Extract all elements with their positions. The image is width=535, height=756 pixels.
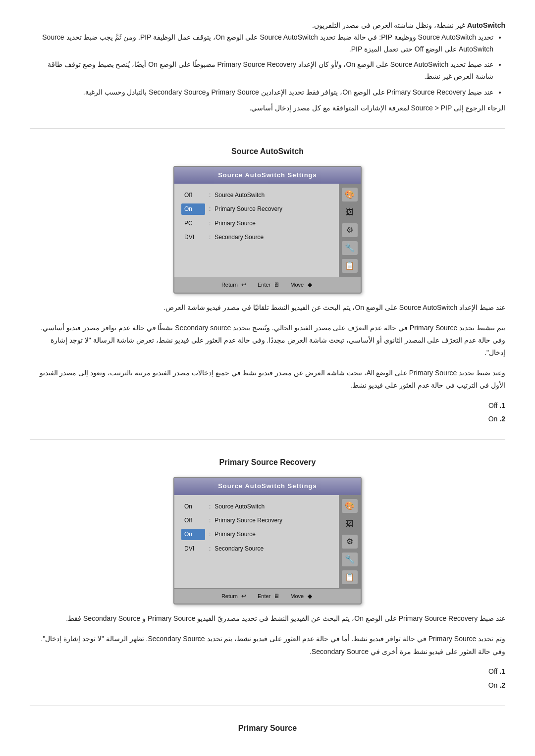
section2-menu-footer: ◆ Move 🖥 Enter ↩ Return — [174, 588, 361, 604]
section1-menu-title: Source AutoSwitch Settings — [174, 167, 361, 184]
section1-menu-image: Source AutoSwitch Settings 🎨 🖼 ⚙ 🔧 📋 Sou… — [30, 166, 505, 294]
sidebar-icon-5: 📋 — [342, 259, 358, 273]
s2-footer-return: ↩ Return — [221, 592, 248, 601]
s2-return-icon: ↩ — [240, 592, 248, 600]
section1-desc2: يتم تنشيط تحديد Primary Source في حالة ع… — [30, 322, 505, 359]
section1-row-3: Primary Source : PC — [181, 218, 332, 229]
intro-bullet-3: عند ضبط Primary Source Recovery على الوض… — [30, 87, 493, 99]
footer-enter: 🖥 Enter — [258, 280, 280, 290]
section1-menu-box: Source AutoSwitch Settings 🎨 🖼 ⚙ 🔧 📋 Sou… — [173, 166, 362, 294]
section1-menu-sidebar: 🎨 🖼 ⚙ 🔧 📋 — [339, 184, 361, 277]
section2-num-2: 2. On — [30, 680, 505, 692]
section2-menu-image: Source AutoSwitch Settings 🎨 🖼 ⚙ 🔧 📋 Sou… — [30, 477, 505, 605]
enter-icon: 🖥 — [272, 281, 280, 289]
section2-menu-title: Source AutoSwitch Settings — [174, 478, 361, 495]
intro-list: تحديد Source AutoSwitch ووظيفة PIP: في ح… — [30, 32, 505, 99]
s2-sidebar-icon-1: 🎨 — [342, 499, 358, 513]
sidebar-icon-3: ⚙ — [342, 223, 358, 237]
intro-bullet-1: تحديد Source AutoSwitch ووظيفة PIP: في ح… — [30, 32, 493, 55]
section2-menu-content: Source AutoSwitch : On Primary Source Re… — [174, 495, 339, 588]
s2-footer-move: ◆ Move — [290, 592, 314, 601]
section1-row-2: Primary Source Recovery : On — [181, 203, 332, 214]
section1-num-2: 2. On — [30, 413, 505, 425]
section1-menu-body: 🎨 🖼 ⚙ 🔧 📋 Source AutoSwitch : Off Primar… — [174, 184, 361, 277]
section1-row-4: Secondary Source : DVI — [181, 232, 332, 243]
s2-enter-icon: 🖥 — [272, 592, 280, 600]
section2-row-2: Primary Source Recovery : Off — [181, 515, 332, 526]
sidebar-icon-1: 🎨 — [342, 188, 358, 202]
move-icon: ◆ — [306, 281, 314, 289]
s2-move-icon: ◆ — [306, 592, 314, 600]
intro-link: الرجاء الرجوع إلى Source > PIP لمعرفة ال… — [30, 102, 505, 114]
s2-sidebar-icon-5: 📋 — [342, 570, 358, 584]
sidebar-icon-2: 🖼 — [342, 205, 358, 219]
section2-row-3: Primary Source : On — [181, 529, 332, 540]
section1-menu-footer: ◆ Move 🖥 Enter ↩ Return — [174, 277, 361, 293]
intro-section: AutoSwitch غير نشطة، ونظل شاشته العرض في… — [30, 20, 505, 114]
s2-footer-enter-label: Enter — [258, 592, 270, 601]
section2-row-4: Secondary Source : DVI — [181, 543, 332, 554]
section1-desc1: عند ضبط الإعداد Source AutoSwitch على ال… — [30, 302, 505, 314]
footer-enter-label: Enter — [258, 280, 270, 290]
section3-title: Primary Source — [30, 721, 505, 735]
footer-return-label: Return — [221, 280, 238, 290]
intro-line1: AutoSwitch غير نشطة، ونظل شاشته العرض في… — [30, 20, 505, 32]
section1-num-1: 1. Off — [30, 400, 505, 412]
s2-footer-return-label: Return — [221, 592, 238, 601]
section1-menu-content: Source AutoSwitch : Off Primary Source R… — [174, 184, 339, 277]
divider-3 — [30, 705, 505, 706]
intro-bullet-2: عند ضبط تحديد Source AutoSwitch على الوض… — [30, 59, 493, 83]
s2-footer-move-label: Move — [290, 592, 304, 601]
section1-row-1: Source AutoSwitch : Off — [181, 190, 332, 201]
return-icon: ↩ — [240, 281, 248, 289]
section2-numbered-list: 1. Off 2. On — [30, 666, 505, 692]
divider-2 — [30, 439, 505, 440]
section2-row-1: Source AutoSwitch : On — [181, 501, 332, 512]
sidebar-icon-4: 🔧 — [342, 241, 358, 255]
footer-move: ◆ Move — [290, 280, 314, 290]
section2-menu-body: 🎨 🖼 ⚙ 🔧 📋 Source AutoSwitch : On Primary… — [174, 495, 361, 588]
s2-sidebar-icon-4: 🔧 — [342, 553, 358, 566]
section2-title: Primary Source Recovery — [30, 455, 505, 469]
s2-sidebar-icon-2: 🖼 — [342, 517, 358, 531]
section1-desc3: وعند ضبط تحديد Primary Source على الوضع … — [30, 367, 505, 392]
section2-desc1: عند ضبط Primary Source Recovery على الوض… — [30, 612, 505, 625]
section2-num-1: 1. Off — [30, 666, 505, 678]
section2-desc2: وتم تحديد Primary Source في حالة توافر ف… — [30, 633, 505, 657]
footer-move-label: Move — [290, 280, 304, 290]
section2-menu-box: Source AutoSwitch Settings 🎨 🖼 ⚙ 🔧 📋 Sou… — [173, 477, 362, 605]
footer-return: ↩ Return — [221, 280, 248, 290]
s2-footer-enter: 🖥 Enter — [258, 592, 280, 601]
section1-title: Source AutoSwitch — [30, 145, 505, 158]
divider-1 — [30, 128, 505, 129]
section2-menu-sidebar: 🎨 🖼 ⚙ 🔧 📋 — [339, 495, 361, 588]
s2-sidebar-icon-3: ⚙ — [342, 535, 358, 549]
section1-numbered-list: 1. Off 2. On — [30, 400, 505, 426]
